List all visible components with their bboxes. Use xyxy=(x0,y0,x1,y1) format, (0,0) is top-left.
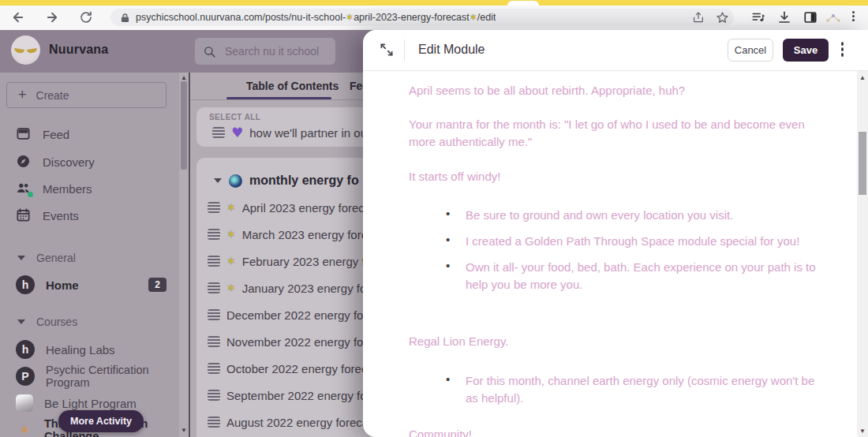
media-list-extension-icon[interactable] xyxy=(751,10,765,24)
module-row[interactable]: ✶ April 2023 energy foreca xyxy=(196,194,376,221)
edit-module-modal: Edit Module Cancel Save April seems to b… xyxy=(363,30,868,437)
constellation-extension-icon[interactable] xyxy=(825,13,841,24)
sparkles-icon: ✶ xyxy=(226,255,236,267)
module-bullet[interactable]: • For this month, channel earth energy o… xyxy=(446,372,821,407)
scroll-up-arrow[interactable]: ▲ xyxy=(181,75,187,81)
sidebar: + Create Feed Discovery Members xyxy=(0,73,179,437)
sidebar-item-members[interactable]: Members xyxy=(0,175,179,202)
download-icon[interactable] xyxy=(777,10,791,24)
sidebar-item-home[interactable]: h Home 2 xyxy=(0,271,179,298)
module-row[interactable]: August 2022 energy forecas xyxy=(196,409,376,435)
scroll-down-arrow[interactable]: ▼ xyxy=(181,428,187,434)
course-icon: h xyxy=(16,340,35,359)
sidebar-item-psychic-certification[interactable]: P Psychic Certification Program xyxy=(0,363,179,390)
module-paragraph[interactable]: It starts off windy! xyxy=(409,168,803,185)
sparkles-icon: ✶ xyxy=(226,282,236,294)
screen: psychicschool.nuurvana.com/posts/nu-it-s… xyxy=(0,0,868,437)
module-row[interactable]: December 2022 energy fore xyxy=(196,301,376,328)
url-text: psychicschool.nuurvana.com/posts/nu-it-s… xyxy=(136,12,496,23)
chevron-down-icon xyxy=(214,178,222,183)
expand-icon[interactable] xyxy=(379,42,395,58)
modal-scrollbar-thumb[interactable] xyxy=(859,132,866,195)
search-input[interactable] xyxy=(223,44,329,58)
bullet-dot: • xyxy=(446,259,466,293)
module-row[interactable]: October 2022 energy foreca xyxy=(196,355,376,382)
home-space-icon: h xyxy=(16,275,35,294)
list-icon[interactable] xyxy=(208,363,220,374)
browser-menu-kebab-icon[interactable] xyxy=(852,9,855,23)
module-paragraph[interactable]: Regal Lion Energy. xyxy=(409,333,803,350)
list-icon[interactable] xyxy=(208,336,220,347)
list-icon[interactable] xyxy=(208,229,220,240)
sidebar-item-feed[interactable]: Feed xyxy=(0,121,179,148)
address-bar[interactable]: psychicschool.nuurvana.com/posts/nu-it-s… xyxy=(110,9,734,26)
list-icon[interactable] xyxy=(208,309,220,320)
purple-heart-icon: ♥ xyxy=(231,125,243,140)
section-general[interactable]: General xyxy=(0,248,179,268)
create-button[interactable]: + Create xyxy=(6,82,166,108)
list-icon[interactable] xyxy=(208,282,220,293)
lock-icon[interactable] xyxy=(121,13,129,23)
share-icon[interactable] xyxy=(692,11,705,24)
sidebar-scrollbar-thumb[interactable] xyxy=(181,81,187,170)
module-bullet[interactable]: • Own it all- your food, bed, bath. Each… xyxy=(446,259,821,293)
split-screen-extension-icon[interactable] xyxy=(803,10,817,24)
course-icon: P xyxy=(16,367,35,386)
module-row[interactable]: November 2022 energy fore xyxy=(196,328,376,355)
chevron-down-icon xyxy=(17,319,25,324)
sidebar-item-healing-labs[interactable]: h Healing Labs xyxy=(0,336,179,363)
online-indicator-dot xyxy=(28,192,33,197)
forward-button[interactable] xyxy=(45,10,61,26)
brand-name[interactable]: Nuurvana xyxy=(49,43,108,57)
module-row[interactable]: ♥ how we'll partner in our xyxy=(209,121,376,144)
list-icon[interactable] xyxy=(212,127,225,138)
sidebar-item-events[interactable]: Events xyxy=(0,202,179,229)
sparkles-icon: ✶ xyxy=(226,228,236,241)
module-bullet[interactable]: • Be sure to ground and own every locati… xyxy=(446,207,821,224)
sparkles-icon: ✶ xyxy=(346,12,354,23)
feed-icon xyxy=(16,126,32,142)
compass-icon xyxy=(16,154,32,170)
save-button[interactable]: Save xyxy=(783,39,829,62)
module-bullet[interactable]: • I created a Golden Path Through Space … xyxy=(446,233,821,250)
chevron-down-icon xyxy=(17,256,25,260)
module-paragraph[interactable]: April seems to be all about rebirth. App… xyxy=(409,82,803,99)
pinned-module-card: SELECT ALL ♥ how we'll partner in our xyxy=(196,107,376,147)
search-box[interactable] xyxy=(195,38,335,65)
bookmark-star-icon[interactable] xyxy=(716,11,729,24)
list-icon[interactable] xyxy=(208,416,220,428)
module-row[interactable]: ✶ March 2023 energy forec xyxy=(196,221,376,248)
module-row[interactable]: ✶ January 2023 energy for xyxy=(196,275,376,301)
list-icon[interactable] xyxy=(208,390,220,401)
scroll-down-arrow[interactable]: ▼ xyxy=(857,428,868,435)
header-divider xyxy=(404,39,405,61)
module-row[interactable]: ✶ February 2023 energy fo xyxy=(196,248,376,275)
sidebar-item-discovery[interactable]: Discovery xyxy=(0,148,179,175)
list-icon[interactable] xyxy=(208,256,220,267)
active-tab-underline xyxy=(226,97,331,99)
section-courses[interactable]: Courses xyxy=(0,312,179,332)
table-of-contents-panel: Table of Contents Fee SELECT ALL ♥ how w… xyxy=(190,73,376,437)
list-icon[interactable] xyxy=(208,202,220,213)
scroll-up-arrow[interactable]: ▲ xyxy=(857,74,868,81)
plus-icon: + xyxy=(18,87,27,103)
section-header[interactable]: monthly energy fo xyxy=(196,167,376,194)
back-button[interactable] xyxy=(11,10,27,26)
modal-header: Edit Module Cancel Save xyxy=(363,30,868,71)
modal-scrollbar[interactable]: ▲ ▼ xyxy=(857,71,868,437)
community-logo-avatar[interactable] xyxy=(11,35,40,65)
more-activity-button[interactable]: More Activity xyxy=(58,410,144,432)
calendar-icon xyxy=(16,207,32,223)
modal-menu-kebab-icon[interactable] xyxy=(841,40,844,58)
select-all-label[interactable]: SELECT ALL xyxy=(209,113,376,121)
bullet-dot: • xyxy=(446,207,466,224)
tab-table-of-contents[interactable]: Table of Contents xyxy=(246,80,339,92)
unread-count-badge: 2 xyxy=(148,278,166,292)
module-paragraph[interactable]: Community! xyxy=(409,426,803,437)
reload-button[interactable] xyxy=(79,10,95,26)
course-photo-avatar xyxy=(16,394,33,412)
monthly-section-card: monthly energy fo ✶ April 2023 energy fo… xyxy=(196,158,376,437)
module-paragraph[interactable]: Your mantra for the month is: "I let go … xyxy=(409,116,807,151)
cancel-button[interactable]: Cancel xyxy=(728,39,773,62)
module-row[interactable]: September 2022 energy for xyxy=(196,382,376,409)
